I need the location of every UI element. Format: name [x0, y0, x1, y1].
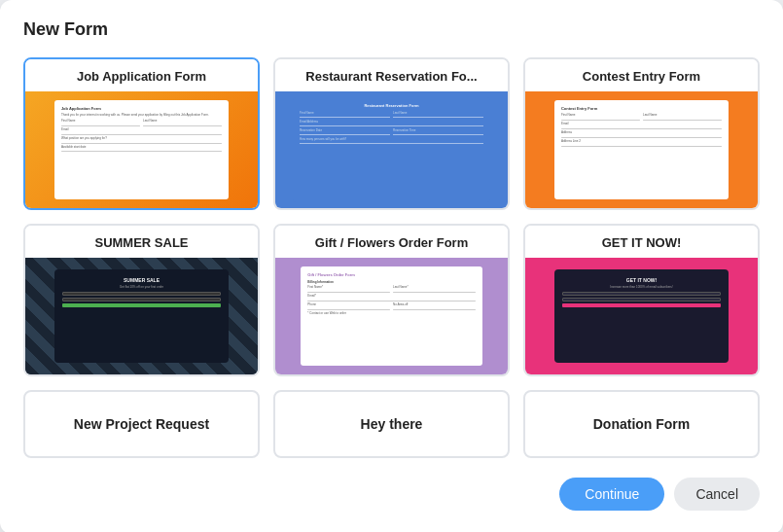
card-label-getit: GET IT NOW!: [525, 226, 758, 258]
inner-form-gift: Gift / Flowers Order Form Billing Inform…: [301, 266, 481, 366]
card-preview-job: Job Application Form Thank you for your …: [25, 91, 258, 208]
dialog-footer: Continue Cancel: [23, 474, 760, 511]
card-gift-flowers[interactable]: Gift / Flowers Order Form Gift / Flowers…: [273, 224, 510, 376]
card-get-it-now[interactable]: GET IT NOW! GET IT NOW! Increase more th…: [523, 224, 760, 376]
new-form-dialog: New Form Job Application Form Job Applic…: [0, 0, 783, 532]
inner-form-summer: SUMMER SALE Get flat 10% off on your fir…: [54, 269, 229, 363]
card-preview-restaurant: Restaurant Reservation Form First Name L…: [275, 91, 508, 208]
card-restaurant[interactable]: Restaurant Reservation Fo... Restaurant …: [273, 57, 510, 210]
inner-form-contest: Contest Entry Form First Name Last Name …: [554, 100, 729, 199]
card-label-job: Job Application Form: [25, 59, 258, 91]
card-donation-form[interactable]: Donation Form: [523, 390, 760, 458]
dialog-title: New Form: [23, 19, 760, 40]
card-preview-gift: Gift / Flowers Order Form Billing Inform…: [275, 258, 508, 374]
bottom-template-grid: New Project Request Hey there Donation F…: [23, 390, 760, 458]
card-summer-sale[interactable]: SUMMER SALE SUMMER SALE Get flat 10% off…: [23, 224, 260, 376]
inner-form-job: Job Application Form Thank you for your …: [54, 100, 229, 199]
mini-form-desc-job: Thank you for your interest in working w…: [61, 114, 222, 118]
card-label-new-project: New Project Request: [74, 416, 209, 432]
continue-button[interactable]: Continue: [559, 478, 664, 511]
card-label-hey-there: Hey there: [361, 416, 423, 432]
card-label-summer: SUMMER SALE: [25, 226, 258, 258]
inner-form-restaurant: Restaurant Reservation Form First Name L…: [293, 97, 490, 202]
card-label-restaurant: Restaurant Reservation Fo...: [275, 59, 508, 91]
card-hey-there[interactable]: Hey there: [273, 390, 510, 458]
card-label-donation: Donation Form: [593, 416, 691, 432]
cancel-button[interactable]: Cancel: [674, 478, 760, 511]
card-new-project-request[interactable]: New Project Request: [23, 390, 260, 458]
inner-form-getit: GET IT NOW! Increase more than 1000% of …: [554, 269, 729, 363]
card-job-application[interactable]: Job Application Form Job Application For…: [23, 57, 260, 210]
card-preview-getit: GET IT NOW! Increase more than 1000% of …: [525, 258, 758, 374]
template-grid: Job Application Form Job Application For…: [23, 57, 760, 376]
card-label-gift: Gift / Flowers Order Form: [275, 226, 508, 258]
card-preview-summer: SUMMER SALE Get flat 10% off on your fir…: [25, 258, 258, 374]
card-preview-contest: Contest Entry Form First Name Last Name …: [525, 91, 758, 208]
mini-row-1: First Name Last Name: [61, 120, 222, 128]
mini-form-title-restaurant: Restaurant Reservation Form: [300, 103, 483, 108]
card-contest[interactable]: Contest Entry Form Contest Entry Form Fi…: [523, 57, 760, 210]
card-label-contest: Contest Entry Form: [525, 59, 758, 91]
mini-form-title-job: Job Application Form: [61, 106, 222, 111]
